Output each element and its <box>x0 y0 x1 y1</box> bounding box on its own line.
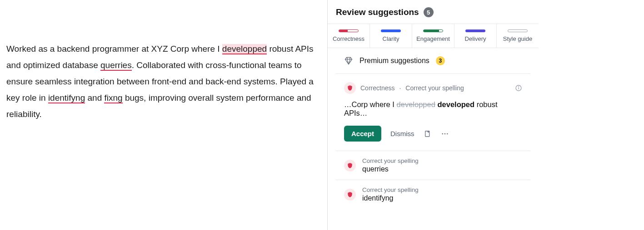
sidebar-title: Review suggestions <box>336 7 419 17</box>
snippet-strike: developped <box>397 100 435 108</box>
text-segment: and <box>85 93 104 103</box>
clarity-pill-icon <box>381 29 401 32</box>
suggestion-card-active: Correctness · Correct your spelling …Cor… <box>336 74 530 151</box>
premium-suggestions-row[interactable]: Premium suggestions 3 <box>336 48 530 74</box>
paragraph[interactable]: Worked as a backend programmer at XYZ Co… <box>6 41 315 122</box>
engagement-pill-icon <box>423 29 443 32</box>
tab-label: Clarity <box>383 35 399 42</box>
row-word: querries <box>362 165 419 173</box>
sidebar-header: Review suggestions 5 <box>328 0 539 24</box>
more-icon[interactable] <box>441 130 449 138</box>
document-editor[interactable]: Worked as a backend programmer at XYZ Co… <box>0 0 327 230</box>
category-tabs: Correctness Clarity Engagement Delivery … <box>328 24 539 48</box>
diamond-icon <box>344 56 353 65</box>
correctness-pill-icon <box>339 29 359 32</box>
spelling-error-identifyng[interactable]: identifyng <box>48 93 85 103</box>
delivery-pill-icon <box>465 29 485 32</box>
tab-correctness[interactable]: Correctness <box>328 24 370 48</box>
spelling-error-querries[interactable]: querries <box>100 60 132 71</box>
premium-count-badge: 3 <box>436 56 445 65</box>
svg-point-7 <box>444 133 445 134</box>
card-category: Correctness <box>360 84 394 92</box>
review-sidebar: Review suggestions 5 Correctness Clarity… <box>327 0 539 230</box>
spelling-error-developped[interactable]: developped <box>222 44 267 54</box>
tab-clarity[interactable]: Clarity <box>370 24 412 48</box>
snippet-replacement: developed <box>437 100 474 108</box>
card-actions: Accept Dismiss <box>344 126 522 142</box>
row-word: identifyng <box>362 194 419 202</box>
tab-engagement[interactable]: Engagement <box>412 24 454 48</box>
tab-label: Style guide <box>503 35 532 42</box>
shield-icon <box>344 189 356 201</box>
suggestion-count-badge: 5 <box>424 7 434 17</box>
row-hint: Correct your spelling <box>362 157 419 164</box>
suggestion-row-identifyng[interactable]: Correct your spelling identifyng <box>336 180 530 209</box>
tab-delivery[interactable]: Delivery <box>454 24 497 48</box>
shield-icon <box>344 160 356 171</box>
tab-label: Engagement <box>416 35 450 42</box>
tab-label: Correctness <box>333 35 364 42</box>
dismiss-button[interactable]: Dismiss <box>390 130 414 137</box>
tab-label: Delivery <box>465 35 486 42</box>
snippet-pre: …Corp where I <box>344 100 397 108</box>
card-hint: Correct your spelling <box>405 84 464 92</box>
svg-point-8 <box>446 133 448 134</box>
svg-point-6 <box>442 133 443 134</box>
row-hint: Correct your spelling <box>362 186 419 193</box>
info-icon[interactable] <box>515 84 522 92</box>
svg-point-2 <box>519 86 519 87</box>
accept-button[interactable]: Accept <box>344 126 381 142</box>
suggestion-snippet: …Corp where I developped developed robus… <box>344 100 522 117</box>
style-pill-icon <box>508 29 528 32</box>
add-to-dictionary-icon[interactable] <box>424 130 432 138</box>
shield-icon <box>344 82 356 94</box>
card-header: Correctness · Correct your spelling <box>344 82 522 94</box>
premium-label: Premium suggestions <box>359 57 429 65</box>
spelling-error-fixng[interactable]: fixng <box>104 93 122 103</box>
suggestion-row-querries[interactable]: Correct your spelling querries <box>336 151 530 180</box>
separator-dot: · <box>399 84 401 92</box>
tab-style-guide[interactable]: Style guide <box>497 24 539 48</box>
text-segment: Worked as a backend programmer at XYZ Co… <box>6 44 222 54</box>
